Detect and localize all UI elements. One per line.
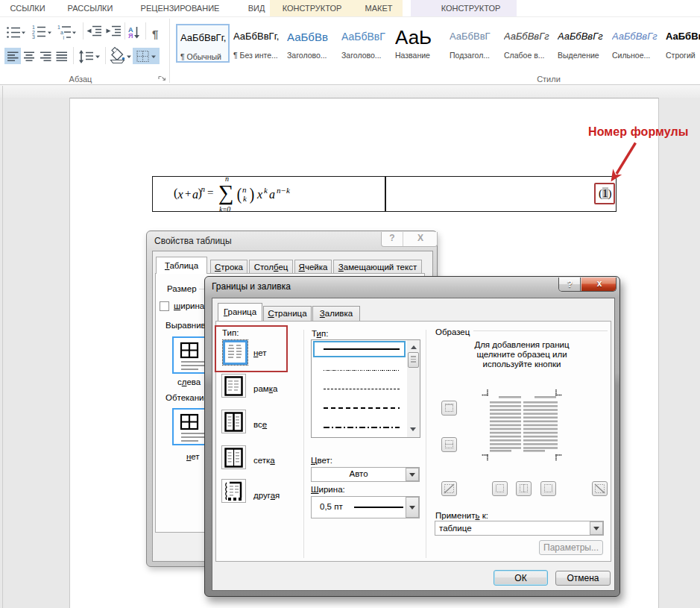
svg-text:¶: ¶ — [152, 28, 158, 40]
svg-text:Я: Я — [128, 32, 133, 40]
svg-text:i: i — [63, 35, 65, 40]
svg-text:3: 3 — [32, 34, 35, 40]
svg-text:1: 1 — [57, 25, 60, 30]
svg-text:a: a — [60, 30, 63, 35]
